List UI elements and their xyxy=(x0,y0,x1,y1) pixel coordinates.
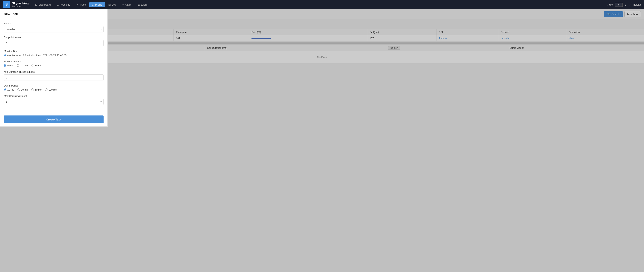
main-area: 🔍 Search New Task e3011ecbb0aacde4800112… xyxy=(0,9,644,272)
dump-20ms-radio[interactable] xyxy=(18,88,20,91)
nav-trace-label: Trace xyxy=(80,3,86,6)
monitor-duration-group: Monitor Duration 5 min 10 min 15 min xyxy=(4,60,104,67)
top-nav: S Skywalking Rocketbot ⊞ Dashboard ⬡ Top… xyxy=(0,0,644,9)
dump-10ms[interactable]: 10 ms xyxy=(4,88,14,91)
service-select-wrapper: provider ▾ xyxy=(4,26,104,32)
endpoint-group: Endpoint Name xyxy=(4,36,104,46)
dump-20ms[interactable]: 20 ms xyxy=(18,88,28,91)
nav-event-label: Event xyxy=(141,3,147,6)
modal-header: New Task × xyxy=(0,9,108,18)
max-sampling-group: Max Sampling Count 5 10 15 20 ▾ xyxy=(4,95,104,105)
dump-50ms-radio[interactable] xyxy=(31,88,34,91)
max-sampling-select-wrapper: 5 10 15 20 ▾ xyxy=(4,99,104,105)
monitor-now-option[interactable]: monitor now xyxy=(4,54,21,57)
log-icon: ▤ xyxy=(108,3,111,6)
dump-period-group: Dump Period 10 ms 20 ms 50 ms xyxy=(4,84,104,91)
nav-event[interactable]: ☰ Event xyxy=(135,2,150,7)
nav-log-label: Log xyxy=(112,3,116,6)
topology-icon: ⬡ xyxy=(57,3,59,6)
service-label: Service xyxy=(4,22,104,25)
dump-100ms-label: 100 ms xyxy=(48,88,57,91)
duration-10min-radio[interactable] xyxy=(17,64,20,67)
new-task-modal: New Task × Service provider ▾ Endpoint N… xyxy=(0,9,108,127)
trace-icon: ↗ xyxy=(76,3,78,6)
duration-15min-label: 15 min xyxy=(35,64,42,67)
auto-interval-input[interactable] xyxy=(615,3,623,7)
min-duration-group: Min Duration Threshold (ms) xyxy=(4,70,104,81)
modal-footer: Create Task xyxy=(0,112,108,127)
dump-100ms-radio[interactable] xyxy=(45,88,48,91)
duration-15min-radio[interactable] xyxy=(31,64,34,67)
nav-log[interactable]: ▤ Log xyxy=(106,2,119,7)
endpoint-label: Endpoint Name xyxy=(4,36,104,39)
nav-profile[interactable]: ◎ Profile xyxy=(89,2,105,7)
dump-50ms-label: 50 ms xyxy=(35,88,42,91)
duration-5min[interactable]: 5 min xyxy=(4,64,14,67)
logo: S Skywalking Rocketbot xyxy=(3,1,29,8)
profile-icon: ◎ xyxy=(92,3,94,6)
endpoint-input[interactable] xyxy=(4,40,104,46)
logo-main-text: Skywalking xyxy=(12,2,29,5)
duration-5min-label: 5 min xyxy=(7,64,14,67)
monitor-duration-label: Monitor Duration xyxy=(4,60,104,63)
dashboard-icon: ⊞ xyxy=(35,3,37,6)
dump-period-label: Dump Period xyxy=(4,84,104,87)
reload-icon: ↺ xyxy=(629,3,631,6)
service-group: Service provider ▾ xyxy=(4,22,104,32)
svg-text:S: S xyxy=(6,2,8,6)
close-button[interactable]: × xyxy=(102,12,104,16)
create-task-button[interactable]: Create Task xyxy=(4,116,104,123)
nav-dashboard[interactable]: ⊞ Dashboard xyxy=(32,2,54,7)
nav-topology[interactable]: ⬡ Topology xyxy=(54,2,73,7)
set-start-time-option[interactable]: set start time xyxy=(23,54,41,57)
duration-5min-radio[interactable] xyxy=(4,64,6,67)
nav-dashboard-label: Dashboard xyxy=(38,3,51,6)
nav-alarm-label: Alarm xyxy=(125,3,132,6)
dump-100ms[interactable]: 100 ms xyxy=(45,88,57,91)
nav-right: Auto s ↺ Reload xyxy=(608,3,641,7)
modal-title: New Task xyxy=(4,12,18,16)
monitor-time-label: Monitor Time xyxy=(4,50,104,53)
logo-sub-text: Rocketbot xyxy=(12,5,29,7)
auto-label: Auto xyxy=(608,3,613,6)
auto-unit: s xyxy=(625,3,626,6)
skywalking-logo-icon: S xyxy=(3,1,10,8)
dump-10ms-radio[interactable] xyxy=(4,88,6,91)
monitor-time-group: Monitor Time monitor now set start time … xyxy=(4,50,104,57)
modal-body: Service provider ▾ Endpoint Name Monitor… xyxy=(0,18,108,112)
alarm-icon: ○ xyxy=(122,3,124,6)
nav-topology-label: Topology xyxy=(60,3,70,6)
max-sampling-select[interactable]: 5 10 15 20 xyxy=(4,99,104,105)
set-start-time-value: 2021-08-21 11:42:35 xyxy=(43,54,66,57)
max-sampling-label: Max Sampling Count xyxy=(4,95,104,97)
reload-button[interactable]: Reload xyxy=(633,3,641,6)
dump-10ms-label: 10 ms xyxy=(7,88,14,91)
nav-profile-label: Profile xyxy=(95,3,102,6)
monitor-now-label: monitor now xyxy=(7,54,21,57)
monitor-now-radio[interactable] xyxy=(4,54,6,56)
min-duration-input[interactable] xyxy=(4,74,104,81)
dump-period-options: 10 ms 20 ms 50 ms 100 ms xyxy=(4,88,104,91)
nav-trace[interactable]: ↗ Trace xyxy=(74,2,88,7)
min-duration-label: Min Duration Threshold (ms) xyxy=(4,70,104,73)
event-icon: ☰ xyxy=(138,3,140,6)
duration-15min[interactable]: 15 min xyxy=(31,64,42,67)
dump-50ms[interactable]: 50 ms xyxy=(31,88,42,91)
set-start-time-radio[interactable] xyxy=(23,54,26,56)
duration-10min-label: 10 min xyxy=(20,64,28,67)
duration-options: 5 min 10 min 15 min xyxy=(4,64,104,67)
nav-alarm[interactable]: ○ Alarm xyxy=(120,2,134,7)
monitor-time-options: monitor now set start time 2021-08-21 11… xyxy=(4,54,104,57)
duration-10min[interactable]: 10 min xyxy=(17,64,28,67)
service-select[interactable]: provider xyxy=(4,26,104,32)
dump-20ms-label: 20 ms xyxy=(21,88,28,91)
set-start-time-label: set start time xyxy=(27,54,41,57)
